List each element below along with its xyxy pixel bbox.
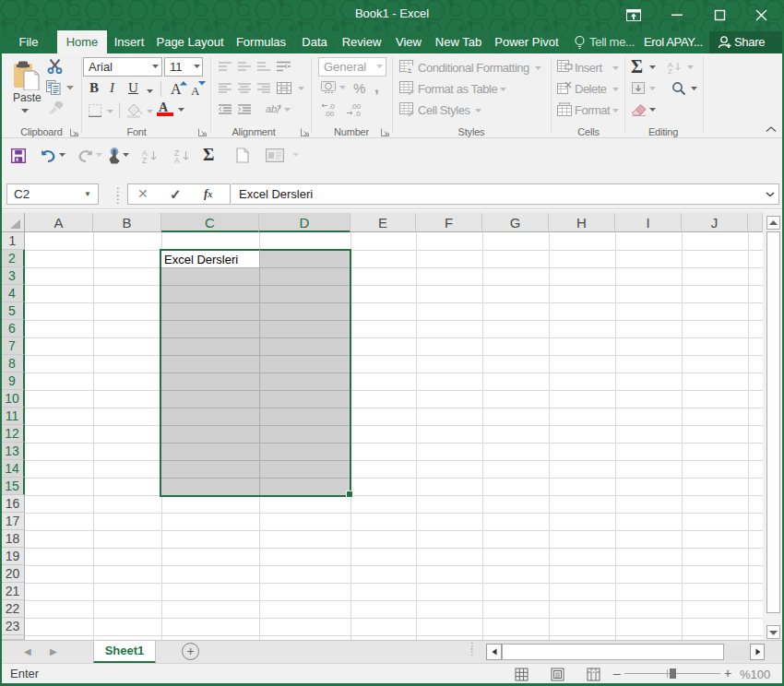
svg-text:A: A	[174, 156, 180, 163]
svg-text:Z: Z	[142, 156, 147, 163]
svg-text:.0: .0	[354, 110, 361, 116]
svg-text:Z: Z	[668, 67, 672, 74]
svg-text:.00: .00	[324, 110, 335, 116]
svg-text:±: ±	[408, 65, 412, 74]
svg-text:ab: ab	[266, 103, 277, 114]
